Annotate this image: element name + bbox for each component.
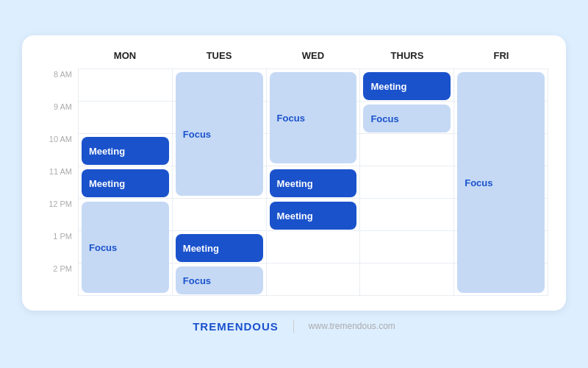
- event-wed-focus[interactable]: Focus: [270, 72, 357, 163]
- event-tues-meeting[interactable]: Meeting: [176, 234, 263, 262]
- time-11am: 11 AM: [34, 166, 78, 198]
- day-col-wed: Focus Meeting Meeting: [267, 69, 361, 296]
- event-wed-meeting-1[interactable]: Meeting: [270, 169, 357, 197]
- footer-url: www.tremendous.com: [309, 321, 395, 331]
- day-col-thurs: Meeting Focus: [360, 69, 454, 296]
- time-12pm: 12 PM: [34, 198, 78, 230]
- col-header-thurs: THURS: [360, 50, 454, 68]
- event-fri-focus[interactable]: Focus: [457, 72, 545, 293]
- footer: TREMENDOUS www.tremendous.com: [193, 319, 395, 333]
- calendar-card: MON TUES WED THURS FRI 8 AM 9 AM 10 AM 1…: [22, 35, 566, 311]
- time-1pm: 1 PM: [34, 230, 78, 263]
- col-header-wed: WED: [266, 50, 360, 68]
- brand-name: TREMENDOUS: [193, 320, 279, 333]
- calendar-body: 8 AM 9 AM 10 AM 11 AM 12 PM 1 PM 2 PM: [34, 68, 548, 296]
- time-10am: 10 AM: [34, 133, 78, 166]
- footer-divider: [293, 319, 294, 333]
- event-wed-meeting-2[interactable]: Meeting: [270, 202, 357, 230]
- time-8am: 8 AM: [34, 68, 78, 101]
- time-9am: 9 AM: [34, 101, 78, 133]
- day-col-tues: Focus Meeting Focus: [173, 69, 267, 296]
- time-labels: 8 AM 9 AM 10 AM 11 AM 12 PM 1 PM 2 PM: [34, 68, 78, 296]
- event-mon-focus[interactable]: Focus: [82, 202, 169, 293]
- calendar-days: Meeting Meeting Focus: [78, 68, 548, 296]
- event-mon-meeting-1[interactable]: Meeting: [82, 137, 169, 165]
- calendar-wrapper: MON TUES WED THURS FRI 8 AM 9 AM 10 AM 1…: [34, 50, 548, 296]
- time-2pm: 2 PM: [34, 263, 78, 295]
- col-header-fri: FRI: [454, 50, 548, 68]
- calendar-header: MON TUES WED THURS FRI: [78, 50, 548, 68]
- day-col-fri: Focus: [454, 69, 548, 296]
- day-col-mon: Meeting Meeting Focus: [79, 69, 173, 296]
- col-header-tues: TUES: [172, 50, 266, 68]
- event-thurs-meeting[interactable]: Meeting: [363, 72, 451, 100]
- col-header-mon: MON: [78, 50, 172, 68]
- event-tues-focus-1[interactable]: Focus: [176, 72, 263, 196]
- event-mon-meeting-2[interactable]: Meeting: [82, 169, 169, 197]
- event-tues-focus-2[interactable]: Focus: [176, 266, 263, 294]
- event-thurs-focus[interactable]: Focus: [363, 105, 451, 132]
